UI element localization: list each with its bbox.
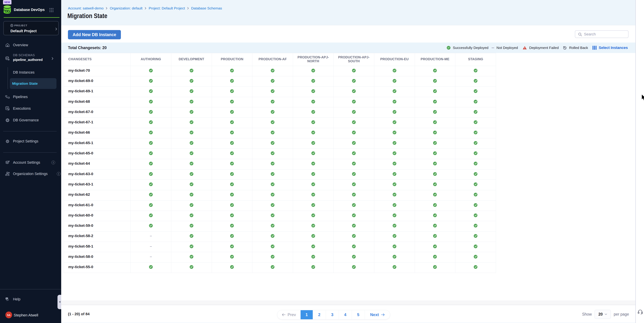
svg-text:?: ? <box>6 297 7 299</box>
